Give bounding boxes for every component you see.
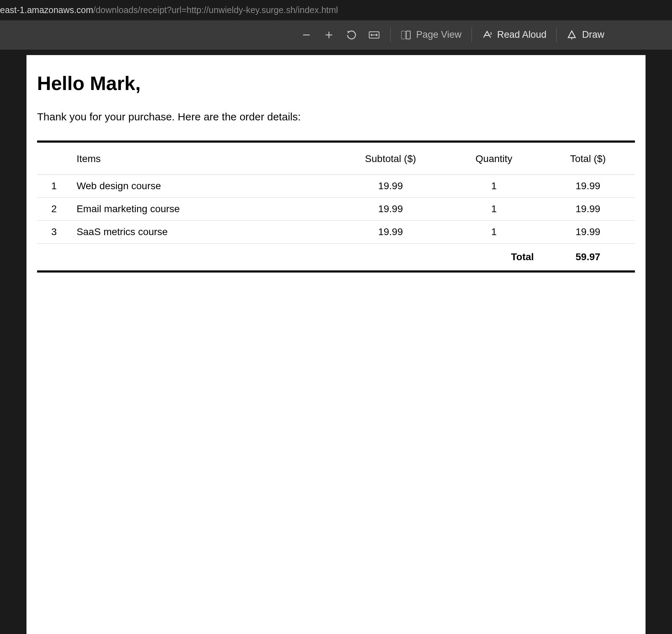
url-path: /downloads/receipt?url=http://unwieldy-k… <box>93 5 338 15</box>
col-subtotal: Subtotal ($) <box>334 142 447 175</box>
cell-index: 2 <box>37 198 71 221</box>
toolbar-divider <box>556 28 557 42</box>
svg-rect-6 <box>406 31 410 39</box>
footer-total-label: Total <box>447 244 541 272</box>
draw-icon <box>566 30 577 40</box>
footer-spacer <box>37 244 447 272</box>
cell-subtotal: 19.99 <box>334 175 447 198</box>
table-footer-row: Total 59.97 <box>37 244 635 272</box>
page-view-label: Page View <box>416 29 462 40</box>
cell-total: 19.99 <box>541 198 635 221</box>
address-bar[interactable]: east-1.amazonaws.com/downloads/receipt?u… <box>0 0 672 20</box>
footer-total-value: 59.97 <box>541 244 635 272</box>
zoom-out-icon[interactable] <box>300 29 313 41</box>
read-aloud-button[interactable]: Read Aloud <box>482 29 547 40</box>
greeting-heading: Hello Mark, <box>37 72 635 95</box>
cell-subtotal: 19.99 <box>334 198 447 221</box>
draw-button[interactable]: Draw <box>566 29 604 40</box>
read-aloud-label: Read Aloud <box>497 29 547 40</box>
draw-label: Draw <box>582 29 604 40</box>
url-host: east-1.amazonaws.com <box>0 5 93 15</box>
cell-item: Email marketing course <box>71 198 334 221</box>
cell-index: 1 <box>37 175 71 198</box>
table-row: 3 SaaS metrics course 19.99 1 19.99 <box>37 221 635 244</box>
table-header-row: Items Subtotal ($) Quantity Total ($) <box>37 142 635 175</box>
cell-index: 3 <box>37 221 71 244</box>
col-index <box>37 142 71 175</box>
page-view-icon <box>401 30 411 40</box>
table-row: 1 Web design course 19.99 1 19.99 <box>37 175 635 198</box>
col-total: Total ($) <box>541 142 635 175</box>
page-view-button[interactable]: Page View <box>401 29 462 40</box>
cell-quantity: 1 <box>447 198 541 221</box>
toolbar-divider <box>472 28 472 42</box>
document-viewport: Hello Mark, Thank you for your purchase.… <box>0 49 672 634</box>
svg-rect-5 <box>402 31 406 39</box>
table-row: 2 Email marketing course 19.99 1 19.99 <box>37 198 635 221</box>
url-text: east-1.amazonaws.com/downloads/receipt?u… <box>0 5 338 15</box>
zoom-in-icon[interactable] <box>323 29 335 41</box>
svg-marker-8 <box>568 31 575 37</box>
rotate-icon[interactable] <box>345 29 358 41</box>
read-aloud-icon <box>482 30 492 40</box>
cell-subtotal: 19.99 <box>334 221 447 244</box>
col-items: Items <box>71 142 334 175</box>
order-table: Items Subtotal ($) Quantity Total ($) 1 … <box>37 140 635 273</box>
cell-total: 19.99 <box>541 175 635 198</box>
cell-quantity: 1 <box>447 175 541 198</box>
cell-item: SaaS metrics course <box>71 221 334 244</box>
cell-quantity: 1 <box>447 221 541 244</box>
pdf-toolbar: Page View Read Aloud Draw <box>0 20 672 49</box>
col-quantity: Quantity <box>447 142 541 175</box>
toolbar-divider <box>390 28 391 42</box>
fit-width-icon[interactable] <box>368 29 380 41</box>
cell-item: Web design course <box>71 175 334 198</box>
receipt-document: Hello Mark, Thank you for your purchase.… <box>26 55 646 634</box>
intro-text: Thank you for your purchase. Here are th… <box>37 111 635 123</box>
cell-total: 19.99 <box>541 221 635 244</box>
